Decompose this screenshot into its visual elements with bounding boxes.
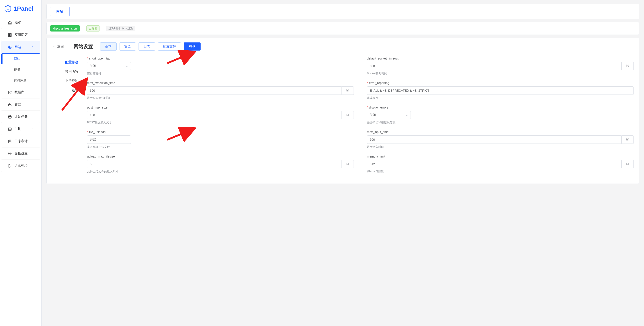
globe-icon [8,45,12,49]
nav-label: 容器 [14,102,21,107]
form-col-left: *short_open_tag 关闭⌄ 短标签支持 max_execution_… [87,57,354,179]
tab-basic[interactable]: 基本 [100,42,116,50]
unit-suffix: M [342,111,354,119]
back-button[interactable]: ← 返回 [52,44,64,49]
field-short-open-tag: *short_open_tag 关闭⌄ 短标签支持 [87,57,354,75]
menu-disable-functions[interactable]: 禁用函数 [52,67,78,76]
field-hint: Socket超时时间 [367,72,634,75]
nav-label: 计划任务 [14,115,28,119]
nav-website-sub[interactable]: 网站 [1,53,40,64]
upload-max-filesize-input[interactable] [87,160,342,168]
nav-cron[interactable]: 计划任务 [1,111,40,123]
short-open-tag-select[interactable]: 关闭⌄ [87,62,131,70]
field-hint: 允许上传文件的最大尺寸 [87,169,354,173]
nav-database[interactable]: 数据库 [1,86,40,98]
svg-rect-6 [8,104,9,105]
nav-label: 运行环境 [14,79,26,83]
logout-icon [8,164,12,168]
tab-log[interactable]: 日志 [138,42,155,50]
nav-label: 退出登录 [14,164,28,168]
tab-php[interactable]: PHP [184,42,200,50]
nav-label: 概览 [14,20,21,25]
field-memory-limit: memory_limit M 脚本内存限制 [367,155,634,173]
nav-panel-settings[interactable]: 面板设置 [1,148,40,160]
field-hint: 最大脚本运行时间 [87,96,354,100]
file-uploads-select[interactable]: 开启⌄ [87,136,131,144]
svg-point-14 [9,130,9,130]
form-col-right: default_socket_timeout 秒 Socket超时时间 *err… [367,57,634,179]
settings-title: 网站设置 [74,43,93,50]
field-display-errors: *display_errors 关闭⌄ 是否输出详细错误信息 [367,106,634,125]
nav-appstore[interactable]: 应用商店 [1,29,40,41]
gear-icon [8,152,12,156]
field-error-reporting: *error_reporting 错误级别 [367,81,634,100]
field-hint: 是否允许上传文件 [87,145,354,149]
max-execution-time-input[interactable] [87,86,342,95]
svg-point-13 [9,128,9,129]
field-label: post_max_size [87,106,354,109]
field-label: *short_open_tag [87,57,354,60]
nav-label: 主机 [14,127,21,131]
nav-label: 应用商店 [14,33,28,37]
post-max-size-input[interactable] [87,111,342,119]
chevron-down-icon: ⌄ [126,138,128,141]
memory-limit-input[interactable] [367,160,622,168]
nav-logout[interactable]: 退出登录 [1,160,40,172]
field-hint: 是否输出详细错误信息 [367,121,634,125]
top-tabs: 网站 [46,4,639,19]
back-label: 返回 [57,44,64,49]
settings-header: ← 返回 网站设置 基本 安全 日志 配置文件 PHP [52,42,634,50]
layers-icon [8,90,12,94]
tab-config[interactable]: 配置文件 [158,42,181,50]
field-max-execution-time: max_execution_time 秒 最大脚本运行时间 [87,81,354,100]
display-errors-select[interactable]: 关闭⌄ [367,111,411,119]
nav-cert-sub[interactable]: 证书 [1,64,40,75]
nav-overview[interactable]: 概览 [1,17,40,29]
svg-text:1: 1 [7,7,9,10]
nav-label: 数据库 [14,90,24,94]
chevron-down-icon: ⌄ [126,65,128,68]
calendar-icon [8,115,12,119]
form-grid: *short_open_tag 关闭⌄ 短标签支持 max_execution_… [87,57,634,179]
logo-icon: 1 [4,5,12,13]
field-max-input-time: max_input_time 秒 最大输入时间 [367,130,634,149]
nav-host[interactable]: 主机 ˅ [1,123,40,135]
unit-suffix: 秒 [342,86,354,95]
svg-rect-9 [10,103,10,104]
site-expire-badge: 过期时间: 永不过期 [106,26,135,31]
settings-tabs: 基本 安全 日志 配置文件 PHP [100,42,200,50]
field-label: *display_errors [367,106,634,109]
apps-icon [8,33,12,37]
nav-label: 面板设置 [14,152,28,156]
unit-suffix: 秒 [622,62,634,70]
container-icon [8,103,12,107]
site-status-badge: 已启动 [86,25,100,31]
field-upload-max-filesize: upload_max_filesize M 允许上传文件的最大尺寸 [87,155,354,173]
menu-version[interactable]: 版本 [52,86,78,95]
tab-security[interactable]: 安全 [119,42,136,50]
unit-suffix: M [342,160,354,168]
field-file-uploads: *file_uploads 开启⌄ 是否允许上传文件 [87,130,354,149]
field-label: default_socket_timeout [367,57,634,60]
svg-rect-2 [10,33,12,34]
nav-runtime-sub[interactable]: 运行环境 [1,75,40,86]
field-label: upload_max_filesize [87,155,354,158]
field-hint: POST数据最大尺寸 [87,121,354,125]
nav-container[interactable]: 容器 [1,98,40,111]
php-left-menu: 配置修改 禁用函数 上传限制 版本 [52,57,78,179]
sidebar: 1 1Panel 概览 应用商店 网站 ˄ 网站 证书 运行环境 数据库 [0,0,42,326]
nav-label: 证书 [14,68,20,72]
menu-upload-limit[interactable]: 上传限制 [52,76,78,86]
nav-label: 网站 [14,45,21,49]
nav-website[interactable]: 网站 ˄ [1,41,40,53]
field-label: *error_reporting [367,81,634,85]
error-reporting-input[interactable] [367,86,634,95]
max-input-time-input[interactable] [367,136,622,144]
field-hint: 错误级别 [367,96,634,100]
menu-config-edit[interactable]: 配置修改 [52,58,78,67]
settings-body: 配置修改 禁用函数 上传限制 版本 *short_open_tag 关闭⌄ 短标… [52,57,634,179]
svg-rect-10 [8,116,12,118]
top-tab-website[interactable]: 网站 [50,7,70,16]
default-socket-timeout-input[interactable] [367,62,622,70]
nav-logaudit[interactable]: 日志审计 [1,135,40,148]
